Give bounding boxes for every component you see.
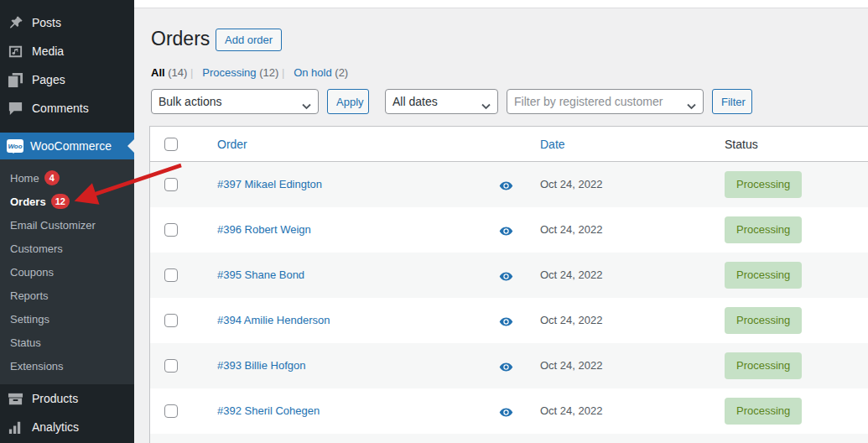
- sidebar-item-woocommerce[interactable]: Woo WooCommerce: [0, 133, 134, 159]
- table-row: #394 Amilie Henderson Oct 24, 2022 Proce…: [150, 298, 868, 343]
- woocommerce-submenu: Home4 Orders12 Email Customizer Customer…: [0, 159, 134, 384]
- status-badge: Processing: [725, 352, 802, 379]
- column-header-date[interactable]: Date: [540, 127, 565, 162]
- sidebar-item-home[interactable]: Home4: [0, 167, 134, 190]
- sidebar-item-orders[interactable]: Orders12: [0, 190, 134, 214]
- sidebar-item-products[interactable]: Products: [0, 384, 134, 413]
- filter-button[interactable]: Filter: [712, 89, 752, 114]
- order-link[interactable]: #394 Amilie Henderson: [217, 298, 330, 343]
- order-date: Oct 24, 2022: [540, 253, 602, 298]
- view-all[interactable]: All (14): [151, 66, 200, 79]
- row-checkbox[interactable]: [164, 223, 178, 237]
- row-checkbox[interactable]: [164, 268, 178, 282]
- admin-sidebar: Posts Media Pages Comments Woo WooCommer…: [0, 0, 134, 443]
- preview-eye-icon[interactable]: [499, 225, 513, 240]
- table-header-row: Order Date Status: [150, 127, 868, 162]
- bulk-actions-select[interactable]: Bulk actions: [151, 89, 319, 114]
- analytics-icon: [7, 419, 23, 435]
- row-checkbox[interactable]: [164, 314, 178, 327]
- table-body: #397 Mikael Edington Oct 24, 2022 Proces…: [150, 162, 868, 443]
- preview-eye-icon[interactable]: [499, 361, 513, 376]
- filter-toolbar: Bulk actions Apply All dates Filter by r…: [134, 89, 868, 114]
- sidebar-item-customers[interactable]: Customers: [0, 237, 134, 261]
- sidebar-item-comments[interactable]: Comments: [0, 94, 134, 122]
- woocommerce-logo-icon: Woo: [7, 138, 23, 154]
- sidebar-bottom-menu: Products Analytics: [0, 384, 134, 441]
- sidebar-item-coupons[interactable]: Coupons: [0, 261, 134, 284]
- preview-eye-icon[interactable]: [499, 315, 513, 331]
- sidebar-item-media[interactable]: Media: [0, 37, 134, 65]
- table-row: #392 Sheril Cohegen Oct 24, 2022 Process…: [150, 388, 868, 434]
- sidebar-top-menu: Posts Media Pages Comments: [0, 8, 134, 122]
- table-row: #393 Billie Hofgon Oct 24, 2022 Processi…: [150, 343, 868, 388]
- order-date: Oct 24, 2022: [540, 162, 602, 207]
- order-date: Oct 24, 2022: [540, 207, 602, 253]
- preview-eye-icon[interactable]: [499, 270, 513, 285]
- preview-eye-icon[interactable]: [499, 406, 513, 421]
- products-icon: [7, 390, 23, 407]
- row-checkbox[interactable]: [164, 359, 178, 373]
- sidebar-item-settings[interactable]: Settings: [0, 308, 134, 331]
- media-icon: [7, 43, 23, 60]
- row-checkbox[interactable]: [164, 178, 178, 191]
- view-on-hold[interactable]: On hold (2): [294, 66, 348, 79]
- sidebar-item-extensions[interactable]: Extensions: [0, 355, 134, 378]
- preview-eye-icon[interactable]: [499, 180, 513, 195]
- status-badge: Processing: [725, 262, 802, 289]
- admin-content: Orders Add order All (14) Processing (12…: [134, 0, 868, 443]
- order-link[interactable]: #393 Billie Hofgon: [217, 343, 306, 388]
- order-date: Oct 24, 2022: [540, 298, 602, 343]
- comments-icon: [7, 100, 23, 117]
- table-row: #396 Robert Weign Oct 24, 2022 Processin…: [150, 207, 868, 253]
- order-link[interactable]: #392 Sheril Cohegen: [217, 388, 320, 434]
- order-link[interactable]: #396 Robert Weign: [217, 207, 311, 253]
- order-link[interactable]: #395 Shane Bond: [217, 253, 304, 298]
- pages-icon: [7, 71, 23, 88]
- sidebar-item-reports[interactable]: Reports: [0, 284, 134, 308]
- sidebar-item-pages[interactable]: Pages: [0, 65, 134, 94]
- row-checkbox[interactable]: [164, 404, 178, 418]
- orders-table: Order Date Status #397 Mikael Edington O…: [149, 126, 868, 443]
- table-row: #397 Mikael Edington Oct 24, 2022 Proces…: [150, 162, 868, 207]
- order-link[interactable]: #397 Mikael Edington: [217, 162, 322, 207]
- status-badge: Processing: [725, 171, 802, 198]
- status-badge: Processing: [725, 216, 802, 243]
- page-title: Orders: [151, 27, 210, 51]
- view-processing[interactable]: Processing (12): [202, 66, 290, 79]
- sidebar-item-analytics[interactable]: Analytics: [0, 413, 134, 441]
- chevron-down-icon: [302, 99, 311, 112]
- order-date: Oct 24, 2022: [540, 343, 602, 388]
- status-badge: Processing: [725, 398, 802, 425]
- pin-icon: [7, 14, 23, 31]
- chevron-down-icon: [481, 99, 491, 112]
- table-row: #395 Shane Bond Oct 24, 2022 Processing: [150, 253, 868, 298]
- top-strip: [134, 0, 868, 8]
- sidebar-item-status[interactable]: Status: [0, 331, 134, 355]
- add-order-button[interactable]: Add order: [216, 29, 282, 51]
- sidebar-item-email-customizer[interactable]: Email Customizer: [0, 214, 134, 237]
- notification-badge: 12: [51, 194, 70, 209]
- column-header-status: Status: [725, 127, 758, 162]
- chevron-down-icon: [687, 99, 696, 112]
- select-all-checkbox[interactable]: [164, 138, 178, 151]
- current-menu-pointer-icon: [121, 139, 134, 153]
- sidebar-item-posts[interactable]: Posts: [0, 8, 134, 37]
- apply-button[interactable]: Apply: [327, 89, 369, 114]
- customer-filter-select[interactable]: Filter by registered customer: [507, 89, 704, 114]
- notification-badge: 4: [44, 170, 60, 185]
- status-view-links: All (14) Processing (12) On hold (2): [151, 66, 348, 79]
- order-date: Oct 24, 2022: [540, 388, 602, 434]
- column-header-order[interactable]: Order: [217, 127, 247, 162]
- dates-filter-select[interactable]: All dates: [385, 89, 498, 114]
- status-badge: Processing: [725, 307, 802, 334]
